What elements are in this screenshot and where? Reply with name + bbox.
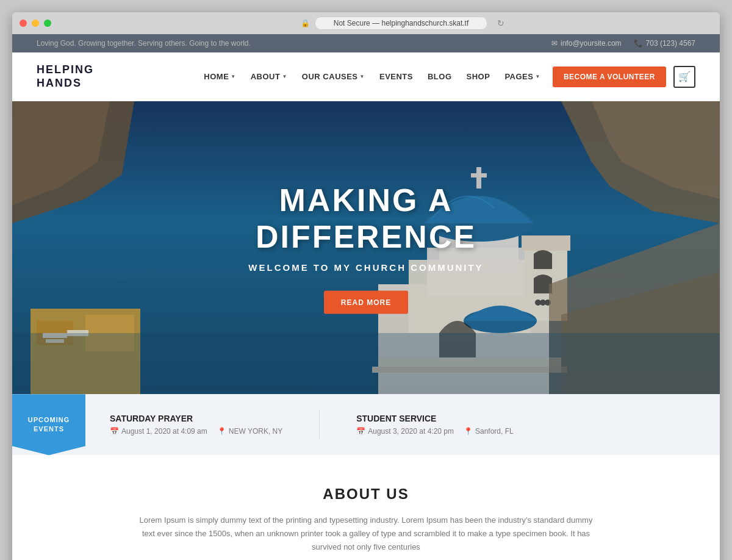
events-section: UPCOMING EVENTS SATURDAY PRAYER 📅 August… — [12, 394, 720, 455]
close-dot[interactable] — [20, 20, 27, 27]
website-content: Loving God. Growing together. Serving ot… — [12, 34, 720, 560]
topbar-contact: ✉ info@yoursite.com 📞 703 (123) 4567 — [551, 39, 695, 48]
event-date-2: 📅 August 3, 2020 at 4:20 pm — [356, 427, 454, 436]
minimize-dot[interactable] — [32, 20, 39, 27]
hero-title: MAKING A DIFFERENCE — [189, 182, 543, 255]
event-date-1: 📅 August 1, 2020 at 4:09 am — [110, 427, 207, 436]
event-item-1: SATURDAY PRAYER 📅 August 1, 2020 at 4:09… — [110, 414, 282, 436]
topbar-tagline: Loving God. Growing together. Serving ot… — [37, 39, 251, 48]
nav-pages[interactable]: PAGES ▼ — [498, 68, 546, 85]
cart-button[interactable]: 🛒 — [673, 66, 695, 88]
event-meta-1: 📅 August 1, 2020 at 4:09 am 📍 NEW YORK, … — [110, 427, 282, 436]
nav-about[interactable]: ABOUT ▼ — [245, 68, 293, 85]
maximize-dot[interactable] — [44, 20, 51, 27]
phone-icon: 📞 — [634, 39, 643, 48]
hero-subtitle: WELCOME TO MY CHURCH COMMUNITY — [189, 262, 543, 273]
hero-read-more-button[interactable]: READ MORE — [324, 291, 408, 314]
email-icon: ✉ — [551, 39, 558, 48]
event-meta-2: 📅 August 3, 2020 at 4:20 pm 📍 Sanford, F… — [356, 427, 513, 436]
site-header: HELPING HANDS HOME ▼ ABOUT ▼ OUR CAUSES … — [12, 52, 720, 101]
nav-our-causes[interactable]: OUR CAUSES ▼ — [296, 68, 371, 85]
hero-section: MAKING A DIFFERENCE WELCOME TO MY CHURCH… — [12, 101, 720, 394]
about-section: ABOUT US Lorem Ipsum is simply dummy tex… — [12, 455, 720, 560]
events-list: SATURDAY PRAYER 📅 August 1, 2020 at 4:09… — [85, 394, 720, 455]
badge-text: UPCOMING EVENTS — [28, 415, 70, 434]
location-icon-2: 📍 — [464, 427, 473, 436]
nav-home-arrow: ▼ — [231, 74, 235, 79]
event-title-1: SATURDAY PRAYER — [110, 414, 282, 423]
browser-titlebar: 🔒 Not Secure — helpinghandschurch.skat.t… — [12, 12, 720, 34]
hero-content: MAKING A DIFFERENCE WELCOME TO MY CHURCH… — [189, 182, 543, 314]
nav-shop[interactable]: SHOP — [461, 68, 497, 85]
event-location-2: 📍 Sanford, FL — [464, 427, 514, 436]
address-bar: 🔒 Not Secure — helpinghandschurch.skat.t… — [93, 16, 712, 30]
nav-pages-arrow: ▼ — [535, 74, 540, 79]
about-text: Lorem Ipsum is simply dummy text of the … — [134, 514, 598, 554]
topbar-email: ✉ info@yoursite.com — [551, 39, 622, 48]
lock-icon: 🔒 — [301, 19, 310, 27]
calendar-icon-1: 📅 — [110, 427, 119, 436]
site-logo: HELPING HANDS — [37, 63, 94, 90]
calendar-icon-2: 📅 — [356, 427, 365, 436]
event-location-1: 📍 NEW YORK, NY — [217, 427, 282, 436]
nav-causes-arrow: ▼ — [360, 74, 365, 79]
nav-home[interactable]: HOME ▼ — [198, 68, 242, 85]
cart-icon: 🛒 — [678, 71, 691, 82]
refresh-icon[interactable]: ↻ — [497, 18, 504, 28]
event-title-2: STUDENT SERVICE — [356, 414, 513, 423]
become-volunteer-button[interactable]: BECOME A VOLUNTEER — [553, 66, 666, 87]
nav-about-arrow: ▼ — [282, 74, 287, 79]
event-item-2: STUDENT SERVICE 📅 August 3, 2020 at 4:20… — [356, 414, 513, 436]
url-display[interactable]: Not Secure — helpinghandschurch.skat.tf — [315, 16, 487, 30]
about-title: ABOUT US — [37, 486, 695, 503]
nav-blog[interactable]: BLOG — [422, 68, 458, 85]
nav-events[interactable]: EVENTS — [373, 68, 419, 85]
location-icon-1: 📍 — [217, 427, 226, 436]
main-nav: HOME ▼ ABOUT ▼ OUR CAUSES ▼ EVENTS BLOG — [198, 66, 695, 88]
topbar-phone: 📞 703 (123) 4567 — [634, 39, 695, 48]
upcoming-events-badge: UPCOMING EVENTS — [12, 394, 85, 455]
event-divider — [319, 409, 320, 440]
topbar: Loving God. Growing together. Serving ot… — [12, 34, 720, 52]
